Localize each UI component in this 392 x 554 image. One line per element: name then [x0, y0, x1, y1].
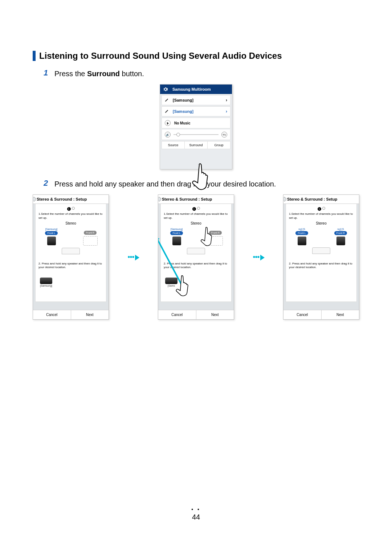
panel-body: 1 1.Select the number of channels you wo…	[35, 204, 106, 302]
bottom-button-row: Source Surround Group	[162, 141, 230, 149]
panel-title: Stereo & Surround : Setup	[33, 195, 109, 204]
page-indicator: 1	[289, 207, 354, 211]
cancel-button[interactable]: Cancel	[33, 310, 71, 319]
instruction-2: 2. Press and hold any speaker and then d…	[38, 262, 103, 269]
step-1-text-c: button.	[120, 70, 144, 78]
front-l-slot[interactable]: [Samsung] Front L	[167, 227, 187, 245]
page-dots-icon: • •	[0, 506, 392, 512]
no-music-label: No Music	[174, 121, 190, 125]
drag-hand-icon	[173, 275, 193, 299]
step-number: 1	[44, 68, 54, 78]
front-r-pill: Front R	[84, 231, 97, 235]
step-number: 2	[44, 178, 54, 188]
cancel-button[interactable]: Cancel	[158, 310, 196, 319]
front-l-slot[interactable]: ng] [S Front L	[292, 227, 312, 245]
channel-slots: [Samsung] Front L Front R	[38, 227, 103, 245]
front-r-slot[interactable]: ng] [S Front R	[331, 227, 351, 245]
surround-button[interactable]: Surround	[185, 141, 208, 149]
page-number-value: 44	[0, 513, 392, 521]
panel-footer: Cancel Next	[158, 310, 234, 319]
play-icon[interactable]	[165, 120, 171, 126]
front-l-slot[interactable]: [Samsung] Front L	[41, 227, 61, 245]
pencil-icon	[165, 98, 169, 102]
front-l-pill: Front L	[45, 231, 57, 235]
step-text: Press the Surround button.	[54, 68, 144, 79]
next-button[interactable]: Next	[196, 310, 234, 319]
front-l-pill: Front L	[170, 231, 183, 235]
instruction-2: 2. Press and hold any speaker and then d…	[289, 262, 354, 269]
couch-icon	[62, 248, 80, 254]
step-1: 1 Press the Surround button.	[44, 68, 359, 79]
front-r-pill: Front R	[334, 231, 347, 235]
speaker-icon	[47, 237, 56, 245]
speaker-row-1[interactable]: [Samsung] ›	[162, 95, 230, 105]
panel-body: 1 1.Select the number of channels you wo…	[160, 204, 232, 302]
speaker-name: [Samsung]	[173, 98, 193, 102]
front-l-pill: Front L	[295, 231, 308, 235]
app-header: Samsung Multiroom	[160, 85, 232, 94]
stereo-label: Stereo	[289, 221, 354, 226]
slot-label: ng] [S	[292, 227, 312, 231]
arrow-icon: •••	[250, 253, 268, 261]
speaker-icon	[172, 237, 181, 245]
slot-label: [Samsung]	[167, 227, 187, 231]
volume-row: 🔊 EQ	[162, 130, 230, 140]
surround-word: Surround	[87, 70, 120, 78]
panel-body: 1 1.Select the number of channels you wo…	[286, 204, 357, 302]
source-button[interactable]: Source	[162, 141, 185, 149]
group-button[interactable]: Group	[208, 141, 230, 149]
page-indicator: 1	[38, 207, 103, 211]
setup-panel-2: Stereo & Surround : Setup 1 1.Select the…	[158, 194, 234, 320]
stereo-label: Stereo	[38, 221, 103, 226]
panel-footer: Cancel Next	[283, 310, 359, 319]
instruction-1: 1.Select the number of channels you woul…	[289, 212, 354, 220]
chevron-right-icon: ›	[226, 98, 227, 103]
speaker-icon	[298, 237, 306, 245]
panel-footer: Cancel Next	[33, 310, 109, 319]
speaker-row-2[interactable]: [Samsung] ›	[162, 106, 230, 116]
multiroom-app-screenshot: Samsung Multiroom [Samsung] › [Samsung] …	[160, 84, 232, 169]
touch-hand-icon	[199, 226, 217, 248]
couch-icon	[312, 247, 330, 254]
now-playing-row: No Music	[162, 118, 230, 128]
app-title: Samsung Multiroom	[172, 87, 211, 91]
step-text: Press and hold any speaker and then drag…	[54, 178, 276, 189]
arrow-icon: •••	[124, 253, 143, 261]
empty-slot-icon	[83, 236, 98, 246]
step-2: 2 Press and hold any speaker and then dr…	[44, 178, 359, 189]
pencil-icon	[165, 109, 169, 114]
speaker-label: [Samsung]	[40, 284, 52, 287]
section-title: Listening to Surround Sound Using Severa…	[33, 51, 359, 61]
instruction-1: 1.Select the number of channels you woul…	[38, 212, 103, 220]
speaker-icon	[336, 237, 345, 245]
cancel-button[interactable]: Cancel	[283, 310, 322, 319]
volume-icon[interactable]: 🔊	[165, 132, 171, 138]
front-r-slot[interactable]: Front R	[80, 227, 100, 245]
instruction-1: 1.Select the number of channels you woul…	[164, 212, 228, 220]
slot-label: [Samsung]	[41, 227, 61, 231]
page-indicator: 1	[164, 207, 228, 211]
speaker-name: [Samsung]	[173, 109, 193, 114]
next-button[interactable]: Next	[71, 310, 109, 319]
next-button[interactable]: Next	[322, 310, 359, 319]
gear-icon	[163, 87, 168, 92]
setup-panels-row: Stereo & Surround : Setup 1 1.Select the…	[33, 194, 359, 320]
channel-slots: ng] [S Front L ng] [S Front R	[289, 227, 354, 245]
slot-label: ng] [S	[331, 227, 351, 231]
volume-slider[interactable]	[173, 134, 219, 135]
page-number: • • 44	[0, 506, 392, 521]
stereo-label: Stereo	[164, 221, 228, 226]
chevron-right-icon: ›	[226, 109, 227, 114]
setup-panel-1: Stereo & Surround : Setup 1 1.Select the…	[33, 194, 109, 320]
available-speaker[interactable]: [Samsung]	[40, 276, 52, 287]
channel-slots: [Samsung] Front L Front R	[164, 227, 228, 245]
eq-button[interactable]: EQ	[221, 132, 227, 138]
couch-icon	[187, 248, 205, 254]
setup-panel-3: Stereo & Surround : Setup 1 1.Select the…	[283, 194, 359, 320]
panel-title: Stereo & Surround : Setup	[283, 195, 359, 204]
panel-title: Stereo & Surround : Setup	[158, 195, 234, 204]
speaker-icon	[40, 278, 52, 284]
step-1-text-a: Press the	[54, 70, 87, 78]
